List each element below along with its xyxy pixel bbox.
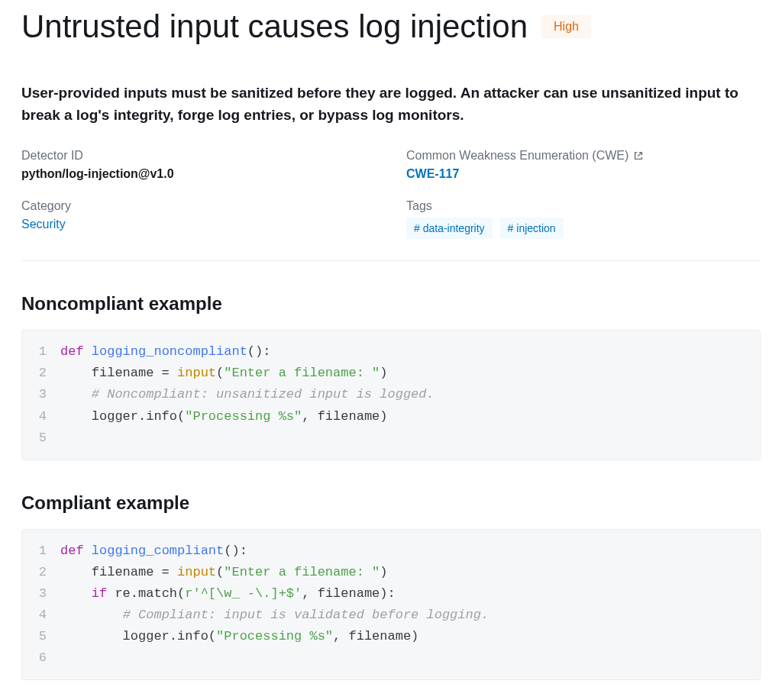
noncompliant-code-block: 1def logging_noncompliant():2 filename =… [21,330,761,460]
code-content: def logging_compliant(): [60,540,760,562]
cwe-label-text: Common Weakness Enumeration (CWE) [406,149,629,163]
code-content [60,427,760,449]
external-link-icon [633,150,644,161]
code-content: filename = input("Enter a filename: ") [60,363,760,384]
line-number: 2 [22,562,60,583]
code-content: # Noncompliant: unsanitized input is log… [60,384,760,405]
line-number: 1 [22,540,60,562]
line-number: 5 [22,427,60,449]
code-line: 5 logger.info("Processing %s", filename) [22,626,760,647]
compliant-code-block: 1def logging_compliant():2 filename = in… [21,529,761,680]
noncompliant-heading: Noncompliant example [21,293,761,315]
cwe-label: Common Weakness Enumeration (CWE) [406,149,761,163]
tag[interactable]: # data-integrity [406,218,493,239]
code-line: 1def logging_noncompliant(): [22,341,760,363]
code-line: 5 [22,427,760,449]
code-line: 3 # Noncompliant: unsanitized input is l… [22,384,760,405]
code-content: logger.info("Processing %s", filename) [60,406,760,427]
code-line: 3 if re.match(r'^[\w_ -\.]+$', filename)… [22,583,760,605]
detector-id-value: python/log-injection@v1.0 [21,167,376,181]
line-number: 2 [22,363,60,384]
compliant-heading: Compliant example [21,492,761,514]
line-number: 4 [22,406,60,427]
line-number: 4 [22,605,60,626]
severity-badge: High [541,15,591,38]
category-label: Category [21,199,376,213]
code-content: def logging_noncompliant(): [60,341,760,363]
code-line: 2 filename = input("Enter a filename: ") [22,562,760,583]
page-title: Untrusted input causes log injection [21,8,528,46]
category-link[interactable]: Security [21,218,376,231]
code-line: 6 [22,647,760,669]
detector-id-label: Detector ID [21,149,376,163]
cwe-block: Common Weakness Enumeration (CWE) CWE-11… [406,149,761,181]
line-number: 3 [22,384,60,405]
tags-block: Tags # data-integrity # injection [406,199,761,239]
code-line: 4 logger.info("Processing %s", filename) [22,406,760,427]
meta-grid: Detector ID python/log-injection@v1.0 Co… [21,149,761,261]
category-block: Category Security [21,199,376,239]
tags-label: Tags [406,199,761,213]
line-number: 6 [22,647,60,669]
page-container: Untrusted input causes log injection Hig… [0,0,782,700]
title-row: Untrusted input causes log injection Hig… [21,8,761,46]
code-content: logger.info("Processing %s", filename) [60,626,760,647]
tags-row: # data-integrity # injection [406,218,761,239]
cwe-link[interactable]: CWE-117 [406,167,761,181]
line-number: 3 [22,583,60,605]
code-line: 2 filename = input("Enter a filename: ") [22,363,760,384]
line-number: 5 [22,626,60,647]
code-line: 4 # Compliant: input is validated before… [22,605,760,626]
line-number: 1 [22,341,60,363]
tag[interactable]: # injection [500,218,564,239]
code-content [60,647,760,669]
code-content: if re.match(r'^[\w_ -\.]+$', filename): [60,583,760,605]
code-line: 1def logging_compliant(): [22,540,760,562]
code-content: filename = input("Enter a filename: ") [60,562,760,583]
description-text: User-provided inputs must be sanitized b… [21,82,761,126]
detector-id-block: Detector ID python/log-injection@v1.0 [21,149,376,181]
code-content: # Compliant: input is validated before l… [60,605,760,626]
